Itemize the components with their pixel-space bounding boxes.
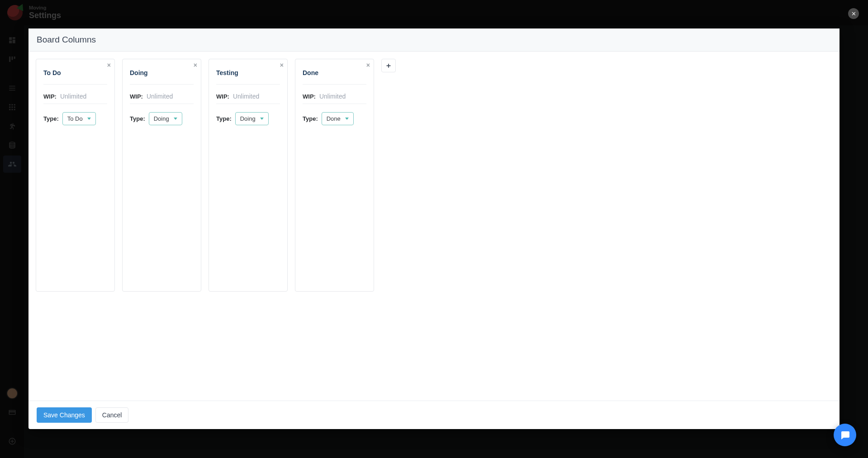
type-select-value: Done xyxy=(327,115,341,122)
column-card: × WIP: Type: Doing xyxy=(209,59,288,292)
type-field: Type: Done xyxy=(303,112,366,125)
type-field: Type: Doing xyxy=(216,112,280,125)
divider xyxy=(216,104,280,104)
wip-label: WIP: xyxy=(303,93,316,100)
wip-label: WIP: xyxy=(130,93,143,100)
chevron-down-icon xyxy=(174,118,177,120)
chevron-down-icon xyxy=(87,118,91,120)
chat-fab[interactable] xyxy=(834,424,856,446)
type-select[interactable]: Done xyxy=(322,112,354,125)
column-card: × WIP: Type: To Do xyxy=(36,59,115,292)
divider xyxy=(43,104,107,104)
divider xyxy=(130,104,194,104)
wip-input[interactable] xyxy=(147,93,187,100)
close-icon: ✕ xyxy=(851,10,856,17)
wip-field: WIP: xyxy=(303,93,366,100)
divider xyxy=(216,84,280,85)
dialog-title: Board Columns xyxy=(37,35,831,45)
remove-column-button[interactable]: × xyxy=(366,62,370,68)
save-button[interactable]: Save Changes xyxy=(37,407,92,423)
divider xyxy=(43,84,107,85)
type-select-value: Doing xyxy=(154,115,169,122)
type-label: Type: xyxy=(216,115,232,122)
type-select[interactable]: Doing xyxy=(149,112,182,125)
remove-column-button[interactable]: × xyxy=(107,62,111,68)
board-columns-dialog: Board Columns × WIP: Type: To Do × xyxy=(28,28,840,429)
dialog-close-button[interactable]: ✕ xyxy=(848,8,859,19)
column-name-input[interactable] xyxy=(43,66,107,81)
cancel-button[interactable]: Cancel xyxy=(95,407,129,423)
wip-label: WIP: xyxy=(43,93,57,100)
column-name-input[interactable] xyxy=(130,66,194,81)
wip-label: WIP: xyxy=(216,93,229,100)
wip-field: WIP: xyxy=(43,93,107,100)
wip-input[interactable] xyxy=(60,93,101,100)
type-select[interactable]: To Do xyxy=(62,112,96,125)
wip-field: WIP: xyxy=(130,93,194,100)
column-name-input[interactable] xyxy=(303,66,366,81)
remove-column-button[interactable]: × xyxy=(280,62,284,68)
type-label: Type: xyxy=(43,115,59,122)
type-field: Type: To Do xyxy=(43,112,107,125)
type-select[interactable]: Doing xyxy=(235,112,269,125)
wip-field: WIP: xyxy=(216,93,280,100)
divider xyxy=(130,84,194,85)
divider xyxy=(303,104,366,104)
type-select-value: To Do xyxy=(67,115,83,122)
wip-input[interactable] xyxy=(233,93,274,100)
remove-column-button[interactable]: × xyxy=(194,62,197,68)
column-name-input[interactable] xyxy=(216,66,280,81)
wip-input[interactable] xyxy=(319,93,360,100)
type-label: Type: xyxy=(303,115,318,122)
plus-icon: ＋ xyxy=(385,61,392,71)
divider xyxy=(303,84,366,85)
add-column-button[interactable]: ＋ xyxy=(381,59,396,72)
column-card: × WIP: Type: Done xyxy=(295,59,374,292)
type-label: Type: xyxy=(130,115,145,122)
chat-icon xyxy=(840,430,850,440)
chevron-down-icon xyxy=(260,118,264,120)
chevron-down-icon xyxy=(345,118,349,120)
type-select-value: Doing xyxy=(240,115,256,122)
column-card: × WIP: Type: Doing xyxy=(122,59,201,292)
dialog-body: × WIP: Type: To Do × WIP: xyxy=(28,52,840,401)
dialog-header: Board Columns xyxy=(28,28,840,52)
type-field: Type: Doing xyxy=(130,112,194,125)
dialog-footer: Save Changes Cancel xyxy=(28,401,840,429)
